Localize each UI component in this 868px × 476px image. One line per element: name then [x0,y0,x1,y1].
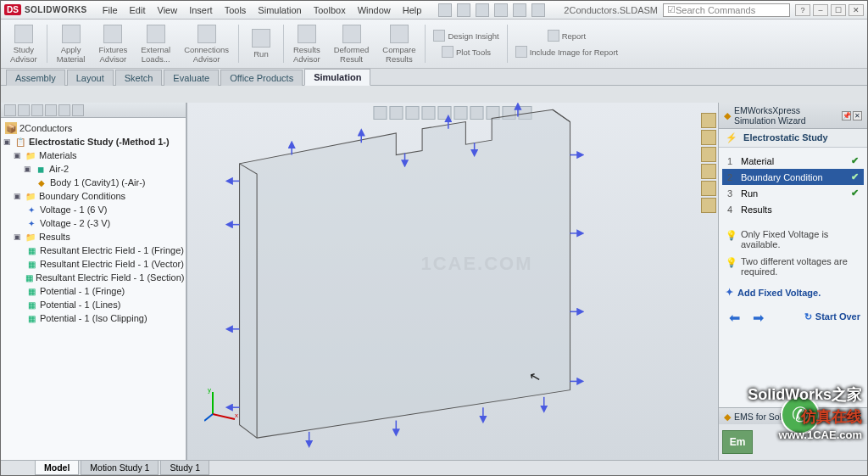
fm-tab-icon[interactable] [58,104,70,116]
command-tabs: Assembly Layout Sketch Evaluate Office P… [1,69,867,86]
wechat-icon: ✆ [781,395,820,434]
tree-voltage-1[interactable]: Voltage - 1 (6 V) [40,204,108,215]
compare-results-button[interactable]: Compare Results [376,21,421,66]
tree-study[interactable]: Electrostatic Study (-Method 1-) [29,137,170,147]
report-button[interactable]: Report [511,28,623,43]
taskpane-custom-icon[interactable] [701,198,716,213]
bottom-tab-model[interactable]: Model [35,460,79,475]
maximize-button[interactable]: ☐ [831,4,846,16]
wizard-back-button[interactable]: ⬅ [726,310,743,323]
menu-simulation[interactable]: Simulation [253,3,306,17]
bottom-tab-motion-study[interactable]: Motion Study 1 [81,460,159,475]
plot-icon: ▦ [25,285,37,297]
study-icon: 📋 [14,136,26,148]
run-button[interactable]: Run [242,21,280,66]
tree-body-item[interactable]: Body 1 (Cavity1) (-Air-) [50,177,145,188]
wizard-close-icon[interactable]: ✕ [853,111,862,120]
task-pane-tabs [701,103,718,213]
plot-tools-button[interactable]: Plot Tools [429,44,503,59]
wizard-icon: ◆ [724,110,731,120]
external-loads-button[interactable]: External Loads... [135,21,176,66]
help-button[interactable]: ? [795,4,810,16]
bottom-tab-study[interactable]: Study 1 [160,460,209,475]
fixtures-advisor-button[interactable]: Fixtures Advisor [92,21,133,66]
connections-advisor-button[interactable]: Connections Advisor [178,21,235,66]
qat-rebuild-icon[interactable] [513,3,526,17]
tree-result-item[interactable]: Resultant Electric Field - 1 (Fringe) [40,245,184,255]
tree-voltage-2[interactable]: Voltage - 2 (-3 V) [40,218,110,228]
search-commands-input[interactable]: Search Commands [663,3,790,17]
document-title: 2Conductors.SLDASM [564,5,658,15]
plot-icon: ▦ [25,312,37,324]
tree-result-item[interactable]: Potential - 1 (Iso Clipping) [40,313,147,323]
menu-toolbox[interactable]: Toolbox [309,3,351,17]
tree-boundary-conditions[interactable]: Boundary Conditions [39,191,125,201]
tree-materials[interactable]: Materials [39,150,77,160]
qat-options-icon[interactable] [531,3,545,17]
tab-evaluate[interactable]: Evaluate [164,70,219,86]
fm-tab-icon[interactable] [18,104,30,116]
graphics-viewport[interactable]: 1CAE.COM yx ↖ [187,103,718,460]
tab-simulation[interactable]: Simulation [304,69,370,86]
orientation-triad[interactable]: yx [204,385,242,426]
menu-help[interactable]: Help [398,3,427,17]
simulation-study-tree[interactable]: 📦2Conductors ▣📋Electrostatic Study (-Met… [1,118,186,460]
app-logo: DS SOLIDWORKS [4,4,87,15]
tab-layout[interactable]: Layout [67,70,114,86]
tree-result-item[interactable]: Potential - 1 (Fringe) [40,286,125,296]
voltage-icon: ✦ [25,217,37,229]
qat-new-icon[interactable] [438,3,452,17]
minimize-button[interactable]: – [813,4,828,16]
deformed-result-button[interactable]: Deformed Result [328,21,376,66]
wizard-step-boundary-condition[interactable]: 2Boundary Condition✔ [722,169,864,185]
apply-material-button[interactable]: Apply Material [51,21,92,66]
report-icon [548,30,559,42]
voltage-icon: ✦ [726,287,733,298]
add-fixed-voltage-link[interactable]: ✦ Add Fixed Voltage. [719,283,867,301]
fm-tab-icon[interactable] [4,104,16,116]
wizard-step-run[interactable]: 3Run✔ [722,185,864,201]
results-advisor-button[interactable]: Results Advisor [287,21,326,66]
study-advisor-button[interactable]: Study Advisor [4,21,43,66]
ems-pin-icon[interactable]: 📌 [842,411,853,422]
menu-window[interactable]: Window [353,3,396,17]
qat-print-icon[interactable] [494,3,508,17]
start-over-button[interactable]: ↻Start Over [804,311,860,322]
tree-result-item[interactable]: Resultant Electric Field - 1 (Section) [36,272,184,283]
include-image-button[interactable]: Include Image for Report [511,44,623,59]
fm-tab-icon[interactable] [45,104,57,116]
close-button[interactable]: ✕ [849,4,864,16]
ems-close-icon[interactable]: ✕ [854,411,862,422]
tree-result-item[interactable]: Potential - 1 (Lines) [40,300,120,310]
fm-tab-icon[interactable] [31,104,43,116]
design-insight-button[interactable]: Design Insight [429,28,503,43]
tree-results[interactable]: Results [39,232,70,242]
taskpane-library-icon[interactable] [701,130,716,145]
taskpane-explorer-icon[interactable] [701,147,716,162]
tab-sketch[interactable]: Sketch [115,70,163,86]
fm-tab-icon[interactable] [72,104,84,116]
taskpane-appearance-icon[interactable] [701,181,716,196]
tree-root[interactable]: 2Conductors [19,123,72,133]
menu-tools[interactable]: Tools [220,3,252,17]
wizard-step-results[interactable]: 4Results✔ [722,201,864,217]
tree-result-item[interactable]: Resultant Electric Field - 1 (Vector) [40,259,184,269]
tree-material-item[interactable]: Air-2 [49,164,69,174]
tab-assembly[interactable]: Assembly [6,70,65,86]
wizard-next-button[interactable]: ➡ [749,310,766,323]
qat-open-icon[interactable] [457,3,470,17]
ems-icon: ◆ [724,412,731,422]
menu-file[interactable]: File [97,3,123,17]
taskpane-resources-icon[interactable] [701,113,716,128]
wizard-step-material[interactable]: 1Material✔ [722,153,864,169]
check-icon: ✔ [851,188,859,199]
taskpane-view-icon[interactable] [701,164,716,179]
qat-save-icon[interactable] [476,3,489,17]
menu-edit[interactable]: Edit [125,3,151,17]
compare-icon [390,25,409,43]
tab-office-products[interactable]: Office Products [220,70,303,86]
menu-view[interactable]: View [153,3,183,17]
wizard-pin-icon[interactable]: 📌 [842,111,851,120]
menu-insert[interactable]: Insert [184,3,218,17]
assembly-icon: 📦 [5,122,17,134]
